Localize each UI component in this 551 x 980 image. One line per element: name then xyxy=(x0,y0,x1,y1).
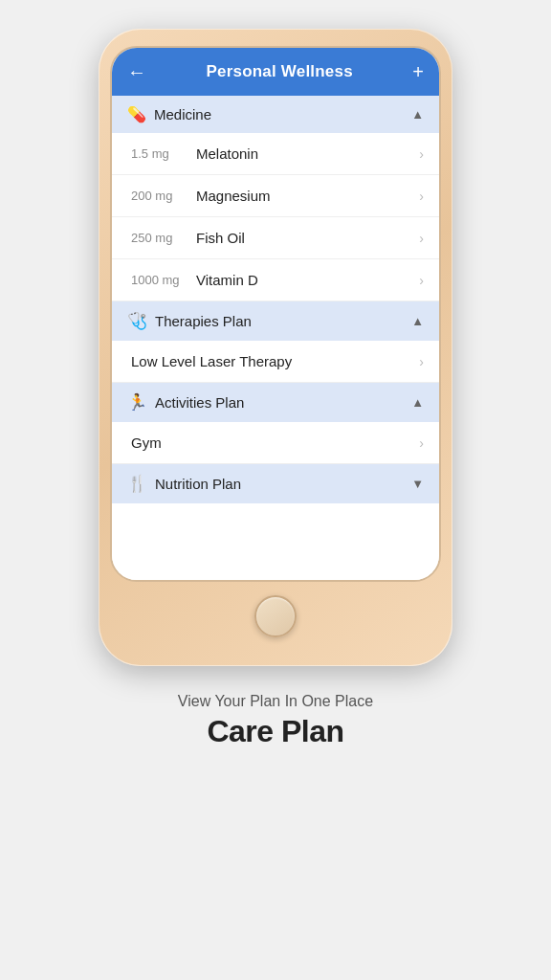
medicine-chevron: ▲ xyxy=(411,107,424,122)
list-item[interactable]: Gym › xyxy=(112,422,439,464)
item-chevron: › xyxy=(419,189,424,204)
therapies-section-title: Therapies Plan xyxy=(155,313,252,329)
activity-icon: 🏃 xyxy=(127,392,147,412)
item-dose: 200 mg xyxy=(131,189,181,203)
nutrition-section-title: Nutrition Plan xyxy=(155,476,241,492)
item-dose: 1000 mg xyxy=(131,273,181,287)
therapy-icon: 🩺 xyxy=(127,311,147,331)
nutrition-icon: 🍴 xyxy=(127,474,147,494)
list-item[interactable]: Low Level Laser Therapy › xyxy=(112,341,439,383)
medicine-section-title: Medicine xyxy=(154,106,211,122)
nutrition-section-header[interactable]: 🍴 Nutrition Plan ▼ xyxy=(112,464,439,503)
home-button-wrap xyxy=(110,582,441,643)
item-dose: 250 mg xyxy=(131,231,181,245)
activities-section-title: Activities Plan xyxy=(155,394,244,411)
item-chevron: › xyxy=(419,273,424,288)
empty-space xyxy=(112,503,439,580)
home-button[interactable] xyxy=(254,595,297,637)
bottom-subtitle: View Your Plan In One Place xyxy=(178,693,373,710)
add-button[interactable]: + xyxy=(412,61,424,83)
phone-shell: ← Personal Wellness + 💊 Medicine ▲ 1.5 m… xyxy=(99,29,452,666)
item-chevron: › xyxy=(419,354,424,369)
page-title: Personal Wellness xyxy=(206,62,352,81)
item-name: Gym xyxy=(131,434,162,451)
bottom-text: View Your Plan In One Place Care Plan xyxy=(178,693,373,749)
item-name: Fish Oil xyxy=(196,230,245,246)
medicine-section-header[interactable]: 💊 Medicine ▲ xyxy=(112,96,439,133)
item-name: Melatonin xyxy=(196,145,258,162)
activities-chevron: ▲ xyxy=(411,395,424,410)
bottom-title: Care Plan xyxy=(178,714,373,749)
list-item[interactable]: 250 mg Fish Oil › xyxy=(112,217,439,259)
list-item[interactable]: 1.5 mg Melatonin › xyxy=(112,133,439,175)
activities-section-header[interactable]: 🏃 Activities Plan ▲ xyxy=(112,383,439,422)
phone-screen: ← Personal Wellness + 💊 Medicine ▲ 1.5 m… xyxy=(110,46,441,582)
therapies-chevron: ▲ xyxy=(411,314,424,328)
item-name: Magnesium xyxy=(196,188,271,204)
app-header: ← Personal Wellness + xyxy=(112,48,439,96)
therapies-section-header[interactable]: 🩺 Therapies Plan ▲ xyxy=(112,301,439,341)
list-item[interactable]: 1000 mg Vitamin D › xyxy=(112,259,439,301)
item-chevron: › xyxy=(419,231,424,246)
back-button[interactable]: ← xyxy=(127,61,146,83)
item-name: Vitamin D xyxy=(196,272,258,288)
item-name: Low Level Laser Therapy xyxy=(131,353,292,369)
medicine-icon: 💊 xyxy=(127,105,146,123)
nutrition-chevron: ▼ xyxy=(411,477,424,491)
item-chevron: › xyxy=(419,146,424,162)
list-item[interactable]: 200 mg Magnesium › xyxy=(112,175,439,217)
item-dose: 1.5 mg xyxy=(131,146,181,161)
item-chevron: › xyxy=(419,435,424,451)
